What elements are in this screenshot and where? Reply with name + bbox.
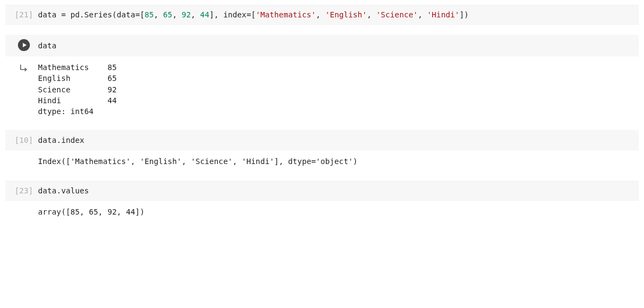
cell-2-output-gutter — [10, 62, 38, 73]
arrow-out-icon — [19, 63, 29, 73]
cell-4-execution-count: [23] — [10, 186, 38, 195]
cell-2-run-gutter — [10, 38, 38, 53]
cell-3-execution-count: [10] — [10, 136, 38, 144]
cell-3-code-row[interactable]: [10] data.index — [5, 130, 639, 150]
svg-marker-2 — [25, 67, 28, 72]
cell-2-output-row: Mathematics 85 English 65 Science 92 Hin… — [5, 56, 639, 120]
cell-3-code[interactable]: data.index — [38, 136, 84, 144]
cell-1-code-row[interactable]: [21] data = pd.Series(data=[85, 65, 92, … — [5, 4, 639, 25]
cell-4-code-row[interactable]: [23] data.values — [5, 180, 639, 201]
cell-4: [23] data.values array([85, 65, 92, 44]) — [5, 180, 639, 221]
play-icon — [17, 39, 30, 52]
notebook-body: [21] data = pd.Series(data=[85, 65, 92, … — [0, 0, 644, 236]
cell-4-code[interactable]: data.values — [38, 186, 89, 195]
cell-2: data Mathematics 85 English 65 Science 9… — [5, 35, 639, 120]
cell-2-code[interactable]: data — [38, 41, 56, 50]
output-indicator-icon — [19, 63, 29, 73]
cell-1-code[interactable]: data = pd.Series(data=[85, 65, 92, 44], … — [38, 10, 469, 19]
run-cell-button[interactable] — [17, 38, 31, 52]
cell-4-output: array([85, 65, 92, 44]) — [38, 206, 144, 217]
cell-4-output-gutter — [10, 206, 38, 208]
cell-1-execution-count: [21] — [10, 10, 38, 19]
cell-3-output-gutter — [10, 156, 38, 157]
cell-4-output-row: array([85, 65, 92, 44]) — [5, 201, 639, 221]
cell-2-code-row[interactable]: data — [5, 35, 639, 56]
cell-2-output: Mathematics 85 English 65 Science 92 Hin… — [38, 62, 117, 117]
cell-3: [10] data.index Index(['Mathematics', 'E… — [5, 130, 639, 170]
cell-3-output: Index(['Mathematics', 'English', 'Scienc… — [38, 156, 357, 167]
cell-1: [21] data = pd.Series(data=[85, 65, 92, … — [5, 4, 639, 25]
cell-3-output-row: Index(['Mathematics', 'English', 'Scienc… — [5, 150, 639, 170]
